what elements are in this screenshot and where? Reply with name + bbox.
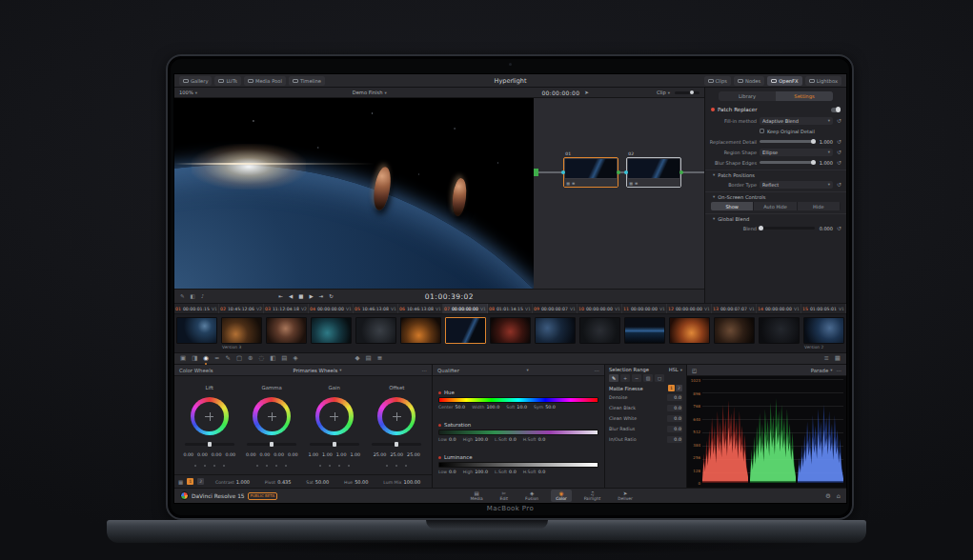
options-icon[interactable]: ⋯ — [422, 368, 427, 373]
palette-tab-icon[interactable]: ≈ — [214, 353, 219, 364]
gain-color-wheel[interactable] — [315, 397, 354, 435]
clip-thumbnail[interactable] — [400, 317, 441, 344]
annotate-icon[interactable]: ✎ — [180, 293, 185, 299]
clip-entry[interactable]: 02 10:45:12:06 V2 — [219, 304, 264, 313]
matte-page-2-chip[interactable]: 2 — [676, 385, 682, 391]
clip-thumbnail[interactable] — [759, 317, 800, 344]
plugin-power-toggle[interactable] — [831, 108, 841, 112]
home-icon[interactable]: ⌂ — [837, 492, 841, 500]
page-button[interactable]: ▤ Media — [465, 490, 487, 503]
wheel-page-1-chip[interactable]: 1 — [187, 478, 193, 485]
palette-tool-icon[interactable]: ▤ — [365, 353, 371, 364]
gain-master-wheel[interactable] — [310, 443, 359, 446]
palette-tab-icon[interactable]: ◉ — [203, 353, 209, 364]
clip-entry[interactable]: 11 00:00:00:00 V1 — [622, 304, 667, 313]
clip-entry[interactable]: 10 00:00:00:00 V1 — [578, 304, 622, 313]
slider-thumb[interactable] — [759, 226, 763, 230]
hsl-mode-dropdown[interactable]: HSL ▾ — [669, 367, 682, 372]
reset-icon[interactable]: ↺ — [836, 159, 842, 166]
palette-tool-icon[interactable]: ◆ — [355, 353, 359, 364]
clip-entry[interactable]: 05 10:46:13:08 V1 — [354, 304, 398, 313]
reset-icon[interactable]: ↺ — [836, 181, 842, 188]
stop-button[interactable]: ■ — [298, 293, 303, 299]
slider-thumb[interactable] — [811, 160, 816, 165]
wipe-icon[interactable]: ◧ — [191, 293, 195, 299]
matte-page-1-chip[interactable]: 1 — [668, 385, 675, 391]
loop-button[interactable]: ↻ — [329, 293, 334, 299]
clip-entry[interactable]: 15 01:00:05:01 V1 — [801, 304, 846, 313]
play-button[interactable]: ▶ — [309, 293, 313, 299]
saturation-enable-dot[interactable] — [438, 424, 441, 427]
clip-select[interactable]: Clip▾ — [657, 90, 670, 95]
last-frame-button[interactable]: ⇥ — [319, 293, 324, 299]
palette-tool-icon[interactable]: ≡ — [823, 353, 828, 364]
audio-icon[interactable]: ♪ — [201, 293, 205, 299]
clip-thumbnail-selected[interactable] — [445, 317, 486, 344]
panel-toggle-button[interactable]: OpenFX — [767, 76, 801, 86]
clip-thumbnail[interactable] — [803, 317, 844, 344]
clip-thumbnail[interactable] — [624, 317, 665, 344]
blur-shape-edges-slider[interactable]: 1.000 — [760, 160, 833, 166]
adjust-control[interactable]: Contrast 1.000 — [215, 479, 250, 485]
palette-tab-icon[interactable]: ✎ — [225, 353, 230, 364]
panel-toggle-button[interactable]: Media Pool — [244, 76, 286, 86]
slider-thumb[interactable] — [690, 90, 694, 94]
node-zoom-slider[interactable] — [675, 91, 699, 94]
page-button[interactable]: ♫ Fairlight — [579, 490, 606, 503]
clip-thumbnail[interactable] — [579, 317, 620, 344]
corrector-node-2[interactable]: 02 ▦ ≡ — [626, 157, 681, 188]
palette-tab-icon[interactable]: ◧ — [270, 353, 275, 364]
fill-method-dropdown[interactable]: Adaptive Blend ▾ — [760, 117, 833, 125]
clip-entry[interactable]: 12 00:00:00:00 V1 — [667, 304, 712, 313]
panel-toggle-button[interactable]: Clips — [704, 76, 732, 86]
tab-settings[interactable]: Settings — [776, 91, 833, 101]
onscreen-option-button[interactable]: Hide — [798, 202, 841, 210]
onscreen-option-button[interactable]: Auto Hide — [754, 202, 797, 210]
clip-entry[interactable]: 08 01:01:14:15 V1 — [488, 304, 533, 313]
node-graph[interactable]: 01 ▦ ≡ 02 ▦ ≡ — [534, 98, 704, 289]
clip-thumbnail[interactable] — [355, 317, 396, 344]
keep-original-detail-checkbox[interactable] — [760, 129, 764, 133]
matte-param-value[interactable]: 0.0 — [667, 394, 682, 401]
clip-thumbnail[interactable] — [669, 317, 710, 344]
matte-param-value[interactable]: 0.0 — [667, 405, 682, 411]
clip-entry[interactable]: 06 10:46:13:08 V1 — [398, 304, 443, 313]
hue-enable-dot[interactable] — [438, 391, 441, 394]
wheels-mode-dropdown[interactable]: Primaries Wheels ▾ — [294, 368, 342, 373]
reset-icon[interactable]: ↺ — [836, 225, 842, 231]
palette-tab-icon[interactable]: ⊕ — [248, 353, 253, 364]
page-button[interactable]: ➤ Deliver — [613, 490, 638, 503]
eyedropper-icon[interactable]: ✎ — [609, 374, 618, 382]
reset-icon[interactable]: ↺ — [836, 117, 842, 124]
adjust-control[interactable]: Sat 50.00 — [306, 479, 329, 485]
corrector-node-1[interactable]: 01 ▦ ≡ — [563, 157, 618, 188]
lift-master-wheel[interactable] — [185, 443, 234, 446]
offset-color-wheel[interactable] — [377, 397, 416, 435]
hue-range-bar[interactable] — [438, 397, 598, 403]
matte-param-value[interactable]: 0.0 — [667, 426, 682, 432]
clip-entry[interactable]: 13 00:00:07:07 V1 — [712, 304, 757, 313]
palette-tab-icon[interactable]: ▣ — [180, 353, 186, 364]
saturation-range-bar[interactable] — [438, 430, 598, 435]
slider-thumb[interactable] — [811, 139, 816, 144]
palette-tab-icon[interactable]: ◈ — [293, 353, 297, 364]
clip-thumbnail[interactable] — [535, 317, 576, 344]
blend-slider[interactable]: 0.000 — [760, 226, 833, 231]
matte-param-value[interactable]: 0.0 — [667, 415, 682, 422]
panel-toggle-button[interactable]: Gallery — [179, 76, 212, 86]
luminance-enable-dot[interactable] — [438, 456, 441, 459]
reset-icon[interactable]: ↺ — [836, 149, 842, 155]
adjust-control[interactable]: Hue 50.00 — [344, 479, 369, 485]
panel-toggle-button[interactable]: LUTs — [214, 76, 240, 86]
gamma-master-wheel[interactable] — [247, 443, 296, 446]
add-color-icon[interactable]: + — [620, 374, 630, 382]
add-softness-icon[interactable]: ▨ — [643, 374, 653, 382]
page-button[interactable]: ◉ Color — [551, 490, 571, 503]
palette-tab-icon[interactable]: ◨ — [192, 353, 197, 364]
global-blend-section[interactable]: ▾ Global Blend — [705, 213, 846, 223]
region-shape-dropdown[interactable]: Ellipse ▾ — [760, 149, 833, 156]
clip-thumbnail[interactable] — [714, 317, 755, 344]
reset-icon[interactable]: ↺ — [836, 138, 842, 145]
matte-param-value[interactable]: 0.0 — [667, 436, 682, 443]
clip-thumbnail[interactable] — [490, 317, 531, 344]
